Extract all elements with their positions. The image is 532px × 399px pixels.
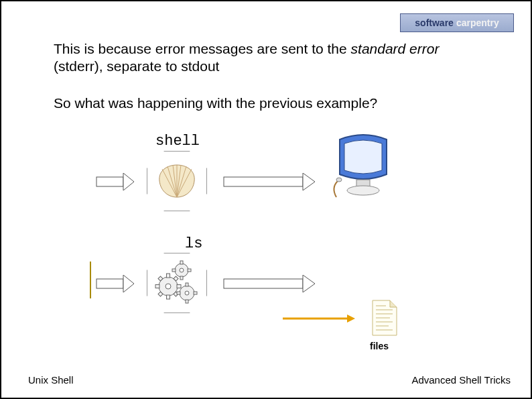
arrow-into-ls: [95, 275, 135, 292]
arrow-ls-out: [222, 275, 316, 292]
svg-marker-34: [347, 315, 355, 323]
svg-rect-25: [186, 283, 188, 286]
svg-point-8: [180, 268, 184, 272]
svg-rect-18: [177, 285, 181, 288]
arrow-shell-to-monitor: [222, 173, 316, 190]
svg-marker-30: [123, 275, 134, 292]
svg-marker-1: [123, 173, 134, 190]
ls-octagon: [147, 253, 207, 313]
svg-point-5: [347, 186, 379, 195]
arrow-into-shell: [95, 173, 135, 190]
svg-rect-2: [224, 177, 303, 186]
arrow-to-files: [283, 314, 356, 323]
svg-rect-17: [155, 285, 159, 288]
label-shell: shell: [155, 133, 200, 150]
svg-rect-10: [180, 276, 183, 280]
seashell-icon: [155, 162, 198, 200]
svg-point-6: [336, 178, 342, 182]
svg-rect-29: [96, 279, 123, 288]
cursor-line: [90, 262, 91, 298]
svg-marker-3: [303, 173, 315, 190]
label-ls: ls: [185, 235, 202, 252]
svg-rect-9: [180, 261, 183, 264]
shell-octagon: [147, 151, 207, 211]
svg-point-24: [185, 291, 189, 295]
label-files: files: [370, 341, 389, 351]
svg-rect-15: [167, 274, 170, 278]
svg-rect-31: [224, 279, 303, 288]
file-icon: [370, 299, 399, 339]
software-carpentry-logo: software carpentry: [400, 13, 514, 32]
svg-rect-16: [167, 295, 170, 299]
main-content: This is because error messages are sent …: [54, 40, 469, 131]
para1-part-c: (stderr), separate to stdout: [54, 58, 219, 74]
footer-right: Advanced Shell Tricks: [411, 374, 511, 386]
logo-text-right: carpentry: [456, 17, 499, 28]
paragraph-1: This is because error messages are sent …: [54, 40, 469, 76]
svg-rect-26: [186, 300, 188, 303]
logo-text-left: software: [415, 17, 454, 28]
paragraph-2: So what was happening with the previous …: [54, 95, 469, 112]
svg-rect-27: [177, 292, 180, 294]
svg-rect-12: [188, 269, 191, 272]
para1-part-b: standard error: [351, 41, 440, 56]
para1-part-a: This is because error messages are sent …: [54, 41, 351, 56]
footer-left: Unix Shell: [28, 374, 74, 386]
svg-rect-0: [96, 177, 123, 186]
svg-point-14: [165, 284, 171, 289]
svg-rect-28: [194, 292, 197, 294]
monitor-icon: [330, 133, 397, 209]
gears-icon: [153, 260, 200, 306]
svg-marker-32: [303, 275, 315, 292]
diagram: shell ls: [88, 133, 450, 354]
svg-rect-11: [172, 269, 176, 272]
